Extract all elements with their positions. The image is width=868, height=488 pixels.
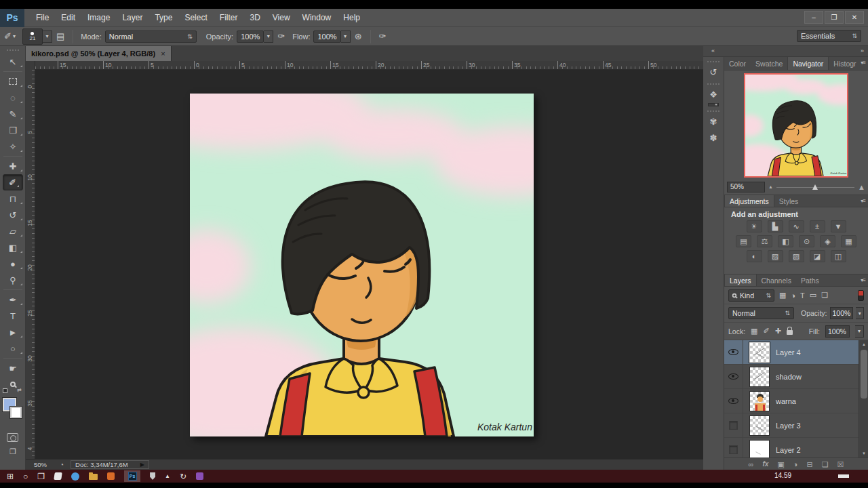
layer-fill-dropdown-icon[interactable]: ▾ [855,325,864,338]
tool-preset-dropdown-icon[interactable]: ▾ [13,33,16,39]
blur-tool[interactable]: ● [0,256,26,272]
type-tool[interactable]: T [0,308,26,324]
layer-thumbnail[interactable] [749,440,770,458]
filter-type-layers-icon[interactable]: T [800,291,805,300]
scroll-up-icon[interactable]: ▲ [859,340,868,348]
restore-button[interactable]: ❐ [825,11,844,24]
eraser-tool[interactable]: ▱ [0,223,26,239]
layer-fill-field[interactable]: 100% [825,325,850,338]
opacity-dropdown-icon[interactable]: ▾ [264,30,273,43]
screen-mode-button[interactable]: ❐ [0,447,26,456]
eyedropper-tool[interactable]: ✧ [0,138,26,155]
taskbar-app-1[interactable] [54,472,62,480]
tab-paths[interactable]: Paths [796,274,824,286]
lock-transparency-icon[interactable]: ▦ [751,327,757,336]
pen-tool[interactable]: ✒ [0,291,26,308]
visibility-cell[interactable] [724,365,743,389]
gradient-tool[interactable]: ◧ [0,239,26,256]
brush-panel-toggle-icon[interactable]: ▤ [56,31,64,41]
search-button[interactable]: ○ [23,472,28,481]
menu-filter[interactable]: Filter [214,9,244,27]
collapse-dock-icon[interactable]: « [711,47,715,54]
layer-opacity-dropdown-icon[interactable]: ▾ [856,307,864,319]
menu-image[interactable]: Image [81,9,116,27]
taskbar-app-5[interactable]: ↻ [180,472,186,481]
menu-layer[interactable]: Layer [116,9,149,27]
curves-icon[interactable]: ∿ [789,220,804,232]
taskbar-clock[interactable]: 14.59 [774,472,791,479]
history-panel-icon[interactable]: ↺ [705,64,722,79]
minimize-button[interactable]: – [804,11,823,24]
expand-dock-icon[interactable]: » [861,47,864,54]
menu-select[interactable]: Select [178,9,213,27]
layer-thumbnail[interactable] [749,391,770,411]
new-layer-icon[interactable]: ❏ [822,458,829,470]
background-color-swatch[interactable] [10,407,22,418]
ruler-origin[interactable] [26,61,35,70]
tab-adjustments[interactable]: Adjustments [724,195,774,207]
taskbar-app-edge[interactable] [71,472,79,481]
vibrance-icon[interactable]: ▼ [831,220,846,232]
history-brush-tool[interactable]: ↺ [0,207,26,223]
tab-styles[interactable]: Styles [774,195,804,207]
layer-row[interactable]: warna [724,389,868,413]
quick-selection-tool[interactable]: ✎ [0,106,26,122]
properties-panel-dropdown-icon[interactable] [708,103,719,106]
tab-histogram[interactable]: Histogr [829,57,861,70]
taskbar-file-explorer[interactable] [89,472,98,480]
brush-tool[interactable]: ✐ [3,174,23,190]
dodge-tool[interactable]: ⚲ [0,272,26,288]
menu-3d[interactable]: 3D [243,9,266,27]
document-tab[interactable]: kikoro.psd @ 50% (Layer 4, RGB/8) × [26,46,172,61]
channel-mixer-icon[interactable]: ◈ [820,235,835,247]
levels-icon[interactable]: ▙ [768,220,783,232]
menu-type[interactable]: Type [149,9,178,27]
brightness-contrast-icon[interactable]: ☀ [747,220,762,232]
visibility-cell[interactable] [724,438,743,458]
menu-view[interactable]: View [267,9,296,27]
layer-row[interactable]: Layer 3 [724,413,868,438]
filter-pixel-layers-icon[interactable]: ▦ [779,291,786,300]
hue-saturation-icon[interactable]: ▤ [736,235,751,247]
color-lookup-icon[interactable]: ▦ [841,235,856,247]
layer-thumbnail[interactable] [749,415,770,436]
blend-mode-select[interactable]: Normal ⇅ [105,30,197,43]
tab-channels[interactable]: Channels [757,274,796,286]
taskbar-tray-icon[interactable] [838,474,849,478]
color-balance-icon[interactable]: ⚖ [757,235,772,247]
panel-menu-icon[interactable]: ▾≡ [861,277,865,283]
hand-tool[interactable]: ☛ [0,360,26,376]
filter-smart-objects-icon[interactable]: ❏ [821,291,828,300]
lasso-tool[interactable]: ◌ [0,89,26,106]
airbrush-icon[interactable]: ⊛ [355,31,362,41]
zoom-level-field[interactable]: 50% [34,461,60,468]
quick-mask-button[interactable] [7,433,18,442]
layer-opacity-field[interactable]: 100% [830,307,854,319]
healing-brush-tool[interactable]: ✚ [0,158,26,174]
filter-shape-layers-icon[interactable]: ▭ [810,291,816,300]
menu-window[interactable]: Window [296,9,338,27]
panel-menu-icon[interactable]: ▾≡ [861,60,865,66]
path-selection-tool[interactable]: ► [0,324,26,340]
tablet-opacity-icon[interactable]: ✑ [277,31,285,41]
move-tool[interactable]: ↖ [0,54,26,70]
slider-thumb[interactable] [812,184,818,190]
brush-presets-panel-icon[interactable]: ✾ [705,114,722,129]
canvas-viewport[interactable] [35,70,703,459]
lock-paint-icon[interactable]: ✐ [764,327,770,336]
vertical-ruler[interactable]: 0 5 10 15 20 25 30 35 4 [26,70,35,459]
default-colors-icon[interactable] [3,388,7,393]
zoom-in-icon[interactable]: ▲ [858,183,865,191]
start-button[interactable]: ⊞ [7,472,14,481]
shape-tool[interactable]: ○ [0,340,26,357]
taskbar-app-2[interactable] [107,472,115,480]
black-white-icon[interactable]: ◧ [778,235,793,247]
layer-row[interactable]: Layer 4 [724,340,868,365]
layer-blend-mode-select[interactable]: Normal ⇅ [728,307,794,319]
tab-navigator[interactable]: Navigator [787,57,829,70]
visibility-cell[interactable] [724,389,743,413]
add-mask-icon[interactable]: ▣ [777,458,784,470]
taskbar-app-4[interactable]: ▲ [165,473,170,479]
layer-style-icon[interactable]: fx [762,458,768,470]
status-menu-arrow-icon[interactable]: ▶ [140,461,144,469]
